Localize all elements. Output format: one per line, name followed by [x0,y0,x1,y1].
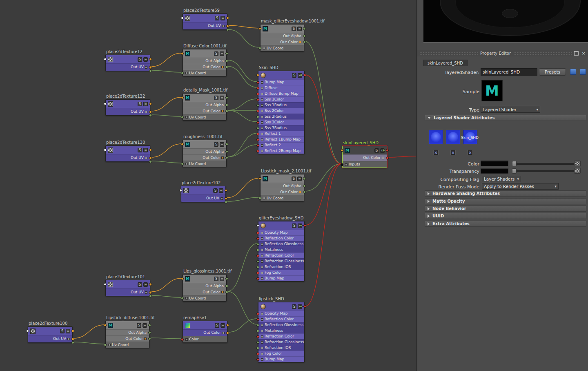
menu-icon[interactable]: ≡ [220,51,224,56]
node-header[interactable]: S≡ [183,321,227,329]
menu-icon[interactable]: ≡ [66,329,70,333]
red-port[interactable] [256,237,259,240]
green-port[interactable] [181,72,184,75]
attr-row[interactable]: Reflection Glossiness [258,322,304,328]
attr-row[interactable]: Reflect 1 [258,131,304,136]
orange-port[interactable] [181,52,184,55]
red-port[interactable] [386,156,389,159]
orange-port[interactable] [226,331,229,334]
orange-port[interactable] [341,149,343,152]
node-header[interactable]: MS≡ [343,146,387,154]
orange-port[interactable] [256,74,259,77]
node-skinLayered_SHD[interactable]: skinLayered_SHDMS≡Out ColorInputs [342,146,387,168]
green-port[interactable] [303,35,306,38]
red-port[interactable] [256,150,259,152]
orange-port[interactable] [149,66,152,69]
red-port[interactable] [256,87,259,89]
green-port[interactable] [225,291,228,294]
green-port[interactable] [258,197,261,200]
section-uuid[interactable]: UUID [425,213,586,219]
green-port[interactable] [149,160,152,163]
attr-row[interactable]: Opacity Map [258,230,304,235]
type-dropdown[interactable]: Layered Shader ▾ [481,106,540,113]
attr-row[interactable]: Out Alpha [183,102,226,108]
node-roughness[interactable]: roughness_1001.tifMS≡Out AlphaOut ColorU… [183,140,227,167]
attr-row[interactable]: Inputs [343,161,387,168]
attr-row[interactable]: Sss 2Color [258,108,304,114]
white-port[interactable] [104,283,107,286]
property-editor-titlebar[interactable]: Property Editor × [417,50,588,56]
green-port[interactable] [303,27,306,30]
node-Lipstick_diffuse[interactable]: Lipstick_diffuse.1001.tifMS≡Out AlphaOut… [105,321,149,348]
green-port[interactable] [225,201,227,203]
orange-port[interactable] [226,324,229,327]
color-map-button[interactable] [574,161,581,166]
menu-icon[interactable]: ≡ [220,277,224,281]
swatch-badge[interactable]: S [214,96,218,100]
attr-row[interactable]: Out Alpha [183,148,226,154]
attr-row[interactable]: Sss 1Color [258,96,304,102]
attr-row[interactable]: Refraction IOR [258,345,304,351]
attr-row[interactable]: Sss 2Radius [258,114,304,119]
menu-icon[interactable]: ≡ [143,282,148,287]
orange-port[interactable] [71,330,74,333]
attr-row[interactable]: Refraction Glossiness [258,258,304,264]
red-port[interactable] [386,149,389,152]
green-port[interactable] [225,110,228,113]
attr-row[interactable]: Out Color [106,335,149,342]
transparency-slider-track[interactable] [512,170,577,172]
red-port[interactable] [256,335,259,338]
attr-row[interactable]: Bump Map [258,356,304,362]
attr-row[interactable]: Out Alpha [183,283,226,289]
section-extra-attributes[interactable]: Extra Attributes [425,221,586,227]
node-remapHsv1[interactable]: remapHsv1S≡Out ColorColor [183,321,227,343]
section-hardware-shading-attributes[interactable]: Hardware Shading Attributes [425,190,586,197]
node-place2dTexture101[interactable]: place2dTexture101S≡Out UV [105,280,150,296]
attr-row[interactable]: Out Color [261,189,304,195]
layer-swatch-1[interactable] [429,130,443,144]
attr-row[interactable]: Reflect 1Bump Map [258,136,304,142]
green-port[interactable] [225,96,228,99]
transparency-slider-handle[interactable] [512,168,517,174]
layer-checkbox-3[interactable]: × [468,150,473,155]
node-lipstick_SHD[interactable]: lipstick_SHDS≡Opacity MapReflection Colo… [258,302,305,362]
attr-row[interactable]: Uv Coord [261,45,304,51]
attr-row[interactable]: Out Color [183,329,227,336]
attr-row[interactable]: Out Alpha [183,58,226,64]
swatch-badge[interactable]: S [214,142,218,147]
orange-port[interactable] [181,96,184,99]
swatch-badge[interactable]: S [215,323,219,328]
attr-row[interactable]: Bump Map [258,79,304,85]
green-port[interactable] [300,224,303,227]
white-port[interactable] [104,58,107,61]
red-port[interactable] [256,231,259,234]
green-port[interactable] [256,104,259,107]
color-swatch-bar[interactable] [481,161,508,166]
red-port[interactable] [256,121,259,124]
green-port[interactable] [382,149,385,152]
green-port[interactable] [303,41,306,44]
green-port[interactable] [256,127,259,130]
red-port[interactable] [303,224,306,227]
orange-port[interactable] [181,277,184,280]
node-header[interactable]: S≡ [258,221,304,230]
swatch-badge[interactable]: S [374,148,379,153]
green-port[interactable] [148,337,151,340]
attr-row[interactable]: Metalness [258,247,304,253]
menu-icon[interactable]: ≡ [220,16,225,20]
node-header[interactable]: S≡ [258,71,304,79]
swatch-badge[interactable]: S [215,16,219,20]
float-panel-icon[interactable] [574,51,579,56]
orange-port[interactable] [149,291,152,294]
orange-port[interactable] [149,110,152,113]
attr-row[interactable]: Uv Coord [183,114,226,120]
attr-row[interactable]: Out Alpha [261,183,304,189]
layered-shader-input[interactable] [481,68,537,76]
node-header[interactable]: MS≡ [183,49,226,58]
attr-row[interactable]: Out Color [261,39,304,45]
menu-icon[interactable]: ≡ [143,57,148,62]
orange-port[interactable] [225,189,227,192]
menu-icon[interactable]: ≡ [297,177,302,181]
green-port[interactable] [256,260,259,263]
node-details_Mask[interactable]: details_Mask_1001.tifMS≡Out AlphaOut Col… [183,93,227,121]
